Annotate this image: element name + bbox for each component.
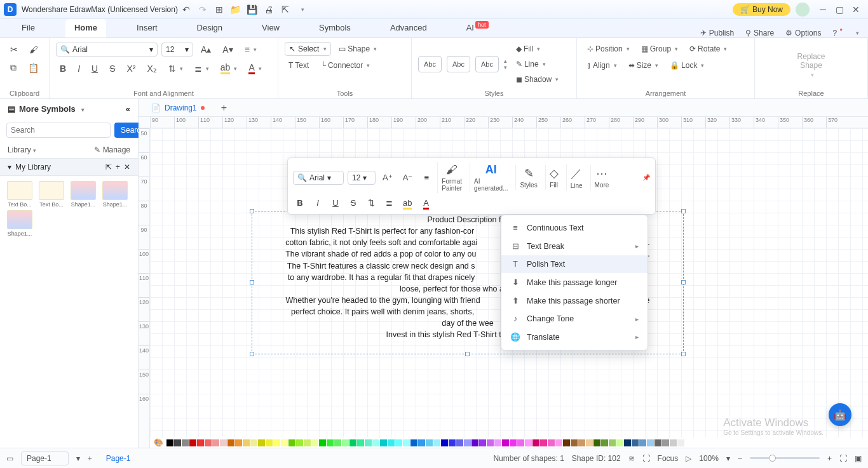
color-swatch[interactable] bbox=[517, 439, 524, 446]
color-swatch[interactable] bbox=[479, 439, 486, 446]
buy-now-button[interactable]: 🛒 Buy Now bbox=[733, 3, 790, 16]
color-swatch[interactable] bbox=[616, 439, 623, 446]
page-tab[interactable]: Page-1 bbox=[100, 451, 137, 465]
color-swatch[interactable] bbox=[166, 439, 173, 446]
quick-access-more[interactable] bbox=[294, 1, 310, 18]
ctx-item-text-break[interactable]: ⊟Text Break▸ bbox=[501, 237, 648, 255]
select-tool[interactable]: ↖ Select bbox=[285, 42, 331, 56]
shape-tool[interactable]: ▭ Shape bbox=[335, 42, 381, 56]
tab-advanced[interactable]: Advanced bbox=[381, 19, 436, 37]
float-decrease-font[interactable]: A⁻ bbox=[400, 170, 416, 185]
color-swatch[interactable] bbox=[632, 439, 639, 446]
zoom-out-button[interactable]: − bbox=[738, 454, 742, 463]
cut-button[interactable]: ✂ bbox=[6, 42, 22, 57]
resize-handle-e[interactable] bbox=[681, 280, 686, 284]
font-family-select[interactable]: 🔍 Arial▾ bbox=[56, 43, 158, 57]
symbol-search-input[interactable] bbox=[6, 123, 111, 138]
share-button[interactable]: ⚲ Share bbox=[745, 29, 774, 37]
color-swatch[interactable] bbox=[288, 439, 295, 446]
color-swatch[interactable] bbox=[410, 439, 417, 446]
library-dropdown[interactable]: Library bbox=[8, 145, 36, 154]
zoom-in-button[interactable]: + bbox=[827, 454, 832, 463]
minimize-button[interactable]: ─ bbox=[815, 1, 831, 18]
color-swatch[interactable] bbox=[342, 439, 349, 446]
options-button[interactable]: ⚙ Options bbox=[785, 29, 821, 37]
float-styles-button[interactable]: ✎Styles bbox=[515, 165, 541, 190]
replace-shape-button[interactable]: Replace Shape bbox=[793, 50, 829, 81]
color-swatch[interactable] bbox=[311, 439, 318, 446]
tab-symbols[interactable]: Symbols bbox=[310, 19, 360, 37]
fullscreen-icon[interactable]: ▣ bbox=[855, 454, 862, 463]
color-swatch[interactable] bbox=[403, 439, 410, 446]
float-italic[interactable]: I bbox=[311, 196, 325, 210]
float-size-select[interactable]: 12 ▾ bbox=[348, 171, 376, 185]
color-swatch[interactable] bbox=[601, 439, 608, 446]
align-button[interactable]: ⫿ Align bbox=[583, 58, 621, 72]
color-swatch[interactable] bbox=[220, 439, 227, 446]
color-swatch[interactable] bbox=[647, 439, 654, 446]
resize-handle-nw[interactable] bbox=[250, 209, 254, 213]
color-swatch[interactable] bbox=[494, 439, 501, 446]
chat-assistant-button[interactable]: 🤖 bbox=[829, 403, 851, 426]
color-swatch[interactable] bbox=[456, 439, 463, 446]
user-avatar[interactable] bbox=[796, 3, 810, 17]
canvas-grid[interactable]: Product Description for This stylish Red… bbox=[150, 128, 868, 438]
line-button[interactable]: ✎ Line bbox=[512, 57, 562, 71]
float-spacing[interactable]: ⇅ bbox=[364, 196, 378, 210]
styles-down[interactable]: ▾ bbox=[504, 64, 507, 70]
color-swatch[interactable] bbox=[349, 439, 356, 446]
color-swatch[interactable] bbox=[395, 439, 402, 446]
float-font-color[interactable]: A bbox=[419, 196, 433, 210]
color-swatch[interactable] bbox=[334, 439, 341, 446]
resize-handle-se[interactable] bbox=[681, 352, 686, 356]
color-swatch[interactable] bbox=[464, 439, 471, 446]
new-button[interactable]: ⊞ bbox=[211, 1, 227, 18]
ctx-item-polish-text[interactable]: TPolish Text bbox=[501, 255, 648, 273]
paste-button[interactable]: 📋 bbox=[24, 60, 43, 76]
line-spacing-button[interactable]: ⇅ bbox=[165, 61, 187, 76]
copy-button[interactable]: ⧉ bbox=[6, 60, 20, 76]
shape-item[interactable]: Shape1... bbox=[69, 181, 98, 208]
color-swatch[interactable] bbox=[593, 439, 600, 446]
focus-label[interactable]: Focus bbox=[658, 454, 679, 463]
help-button[interactable]: ?● bbox=[832, 29, 843, 37]
maximize-button[interactable]: ▢ bbox=[831, 1, 848, 18]
ai-generated-button[interactable]: AIAI generated... bbox=[470, 162, 512, 193]
color-swatch[interactable] bbox=[563, 439, 570, 446]
color-swatch[interactable] bbox=[441, 439, 448, 446]
highlight-button[interactable]: ab bbox=[217, 60, 241, 77]
color-swatch[interactable] bbox=[266, 439, 273, 446]
color-picker-icon[interactable]: 🎨 bbox=[154, 438, 163, 447]
superscript-button[interactable]: X² bbox=[123, 61, 139, 76]
tab-home[interactable]: Home bbox=[65, 19, 106, 37]
fit-page-icon[interactable]: ⛶ bbox=[839, 454, 847, 463]
float-font-select[interactable]: 🔍 Arial ▾ bbox=[293, 171, 344, 185]
undo-button[interactable]: ↶ bbox=[178, 1, 194, 18]
color-swatch[interactable] bbox=[525, 439, 532, 446]
align-para-button[interactable]: ≡ bbox=[241, 42, 261, 57]
size-button[interactable]: ⬌ Size bbox=[625, 58, 662, 72]
document-tab[interactable]: 📄 Drawing1 bbox=[145, 101, 211, 115]
color-swatch[interactable] bbox=[304, 439, 311, 446]
color-swatch[interactable] bbox=[449, 439, 456, 446]
format-brush-button[interactable]: 🖌 bbox=[25, 42, 42, 57]
color-swatch[interactable] bbox=[586, 439, 593, 446]
pages-icon[interactable]: ▭ bbox=[6, 454, 13, 463]
ctx-item-translate[interactable]: 🌐Translate▸ bbox=[501, 328, 648, 346]
color-swatch[interactable] bbox=[639, 439, 646, 446]
shape-item[interactable]: Text Bo... bbox=[37, 181, 66, 208]
shape-item[interactable]: Shape1... bbox=[100, 181, 130, 208]
ctx-item-make-this-passage-longer[interactable]: ⬇Make this passage longer bbox=[501, 273, 648, 291]
color-swatch[interactable] bbox=[540, 439, 547, 446]
text-tool[interactable]: T Text bbox=[285, 58, 313, 72]
color-swatch[interactable] bbox=[555, 439, 562, 446]
manage-link[interactable]: ✎ Manage bbox=[94, 145, 130, 154]
resize-handle-w[interactable] bbox=[250, 280, 254, 284]
resize-handle-ne[interactable] bbox=[681, 209, 686, 213]
float-highlight[interactable]: ab bbox=[400, 196, 415, 210]
color-swatch[interactable] bbox=[418, 439, 425, 446]
collapse-ribbon[interactable] bbox=[854, 30, 859, 36]
color-swatch[interactable] bbox=[296, 439, 303, 446]
color-swatch[interactable] bbox=[205, 439, 212, 446]
redo-button[interactable]: ↷ bbox=[194, 1, 211, 18]
